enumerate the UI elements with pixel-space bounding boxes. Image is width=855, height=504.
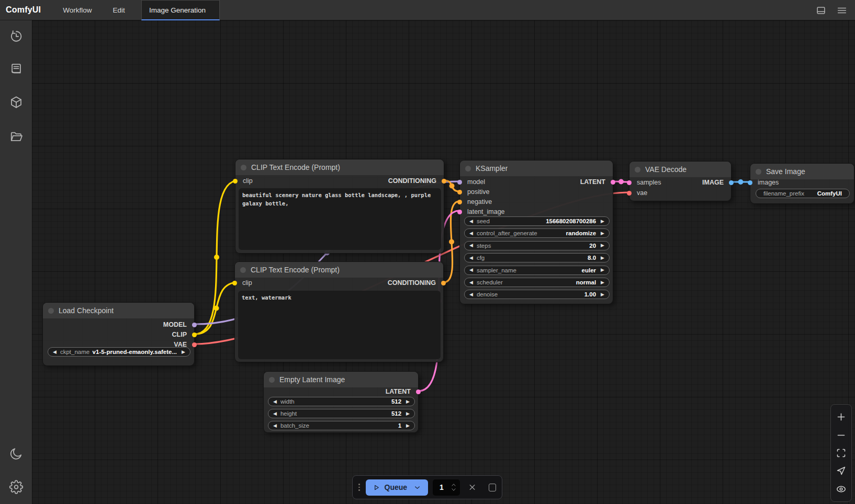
widget-arrow-right-icon[interactable]: ▶ [406,423,410,428]
workflow-tab[interactable]: Image Generation [141,0,220,20]
batch-count-input[interactable]: 1 [433,479,459,496]
node-header[interactable]: VAE Decode [629,162,731,177]
node-save-image[interactable]: Save Image imagesfilename_prefix ComfyUI [750,163,854,204]
output-label: IMAGE [702,179,724,186]
input-dot-positive[interactable] [457,190,462,194]
toggle-link-visibility-icon[interactable] [836,484,847,495]
widget-ckpt_name[interactable]: ◀ckpt_name v1-5-pruned-emaonly.safete...… [48,347,190,357]
input-label: vae [637,189,647,197]
widget-arrow-left-icon[interactable]: ◀ [469,256,473,260]
node-header[interactable]: KSampler [460,161,613,176]
node-status-dot[interactable] [269,377,275,383]
stop-button[interactable] [489,484,496,491]
stepper-down-icon[interactable] [451,488,457,491]
input-dot-images[interactable] [748,180,752,185]
node-load-checkpoint[interactable]: Load CheckpointMODEL CLIP VAE ◀ckpt_name… [42,302,195,366]
theme-toggle-icon[interactable] [9,446,23,461]
node-status-dot[interactable] [240,267,246,273]
widget-arrow-left-icon[interactable]: ◀ [469,243,473,248]
batch-count-stepper[interactable] [451,483,458,491]
widget-arrow-right-icon[interactable]: ▶ [406,399,410,404]
output-dot-LATENT[interactable] [611,180,615,185]
widget-arrow-right-icon[interactable]: ▶ [601,243,604,248]
clear-queue-button[interactable] [468,483,477,492]
widget-value: 8.0 [588,255,596,261]
node-status-dot[interactable] [241,165,246,170]
stepper-up-icon[interactable] [451,483,457,487]
menu-icon[interactable] [836,5,848,16]
node-ksampler[interactable]: KSampler model positive negative latent_… [459,160,613,304]
output-dot-IMAGE[interactable] [729,180,734,185]
widget-arrow-left-icon[interactable]: ◀ [469,280,473,285]
widget-arrow-right-icon[interactable]: ▶ [601,231,604,236]
widget-cfg[interactable]: ◀cfg 8.0▶ [464,253,610,262]
node-status-dot[interactable] [48,308,54,314]
input-dot-vae[interactable] [627,191,632,196]
widget-arrow-right-icon[interactable]: ▶ [601,292,604,297]
output-dot-LATENT[interactable] [416,390,421,394]
widget-arrow-left-icon[interactable]: ◀ [469,219,473,224]
widget-arrow-right-icon[interactable]: ▶ [601,256,604,260]
widget-arrow-right-icon[interactable]: ▶ [182,350,185,354]
widget-sampler_name[interactable]: ◀sampler_name euler▶ [464,266,610,275]
widget-arrow-left-icon[interactable]: ◀ [53,350,57,354]
widget-scheduler[interactable]: ◀scheduler normal▶ [464,278,610,287]
output-dot-MODEL[interactable] [192,323,197,327]
widget-arrow-left-icon[interactable]: ◀ [469,292,473,297]
chevron-down-icon[interactable] [413,484,421,491]
prompt-textarea[interactable]: beautiful scenery nature glass bottle la… [239,188,441,250]
widget-label: seed [477,218,490,224]
workflows-icon[interactable] [9,130,23,144]
widget-batch_size[interactable]: ◀batch_size 1▶ [268,421,415,430]
widget-arrow-right-icon[interactable]: ▶ [601,280,604,285]
widget-filename_prefix[interactable]: filename_prefix ComfyUI [756,189,850,198]
settings-icon[interactable] [9,480,23,494]
widget-arrow-left-icon[interactable]: ◀ [273,423,277,428]
output-dot-VAE[interactable] [192,342,197,347]
widget-seed[interactable]: ◀seed 156680208700286▶ [464,216,610,226]
widget-arrow-left-icon[interactable]: ◀ [469,268,473,272]
node-status-dot[interactable] [756,169,761,175]
menu-item-workflow[interactable]: Workflow [52,0,102,20]
widget-arrow-right-icon[interactable]: ▶ [406,411,410,416]
input-dot-negative[interactable] [457,200,462,204]
widget-denoise[interactable]: ◀denoise 1.00▶ [464,290,610,299]
node-clip-text-encode-positive[interactable]: CLIP Text Encode (Prompt) clipCONDITIONI… [235,159,444,254]
widget-control_after_generate[interactable]: ◀control_after_generate randomize▶ [464,228,610,238]
node-clip-text-encode-negative[interactable]: CLIP Text Encode (Prompt) clipCONDITIONI… [234,261,444,362]
output-dot-CONDITIONING[interactable] [441,281,446,285]
node-vae-decode[interactable]: VAE Decode samples vaeIMAGE [629,161,732,201]
node-library-icon[interactable] [9,62,23,76]
output-dot-CLIP[interactable] [192,333,197,337]
model-library-icon[interactable] [9,95,23,109]
node-header[interactable]: CLIP Text Encode (Prompt) [235,159,444,175]
widget-steps[interactable]: ◀steps 20▶ [464,241,610,250]
zoom-out-icon[interactable] [836,430,847,441]
node-header[interactable]: Load Checkpoint [43,303,194,318]
widget-arrow-right-icon[interactable]: ▶ [601,268,604,272]
menu-item-edit[interactable]: Edit [102,0,135,20]
node-header[interactable]: Empty Latent Image [264,372,418,387]
queue-button[interactable]: Queue [366,479,429,496]
zoom-in-icon[interactable] [836,411,847,422]
fit-view-icon[interactable] [836,448,847,459]
select-mode-icon[interactable] [836,465,847,476]
history-icon[interactable] [9,29,23,43]
widget-arrow-right-icon[interactable]: ▶ [601,219,604,224]
widget-arrow-left-icon[interactable]: ◀ [273,399,277,404]
widget-arrow-left-icon[interactable]: ◀ [469,231,473,236]
widget-width[interactable]: ◀width 512▶ [268,397,415,406]
node-status-dot[interactable] [635,167,640,173]
prompt-textarea[interactable]: text, watermark [238,291,441,359]
output-dot-CONDITIONING[interactable] [442,179,446,184]
node-header[interactable]: Save Image [750,164,854,179]
queue-bar-drag-handle[interactable] [358,484,360,491]
bottom-panel-icon[interactable] [815,5,827,16]
node-status-dot[interactable] [465,166,471,171]
input-dot-latent_image[interactable] [457,210,462,214]
widget-height[interactable]: ◀height 512▶ [268,409,415,418]
node-header[interactable]: CLIP Text Encode (Prompt) [235,262,443,278]
node-canvas[interactable] [32,20,855,504]
node-empty-latent-image[interactable]: Empty Latent ImageLATENT ◀width 512▶◀hei… [263,371,419,433]
widget-arrow-left-icon[interactable]: ◀ [273,411,277,416]
